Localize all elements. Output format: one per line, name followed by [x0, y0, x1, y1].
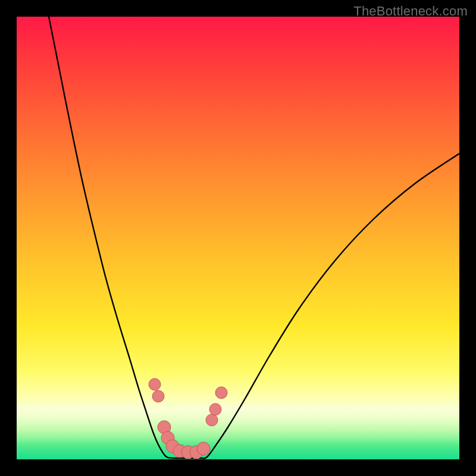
curve-layer: [17, 17, 459, 459]
watermark-text: TheBottleneck.com: [353, 4, 468, 19]
data-marker: [152, 390, 164, 402]
data-marker: [149, 378, 161, 390]
plot-area: [17, 17, 459, 459]
data-marker: [215, 387, 227, 399]
data-marker: [206, 414, 218, 426]
bottleneck-curve: [49, 17, 459, 458]
data-marker: [209, 403, 221, 415]
data-marker: [197, 442, 210, 455]
outer-frame: TheBottleneck.com: [0, 0, 476, 476]
